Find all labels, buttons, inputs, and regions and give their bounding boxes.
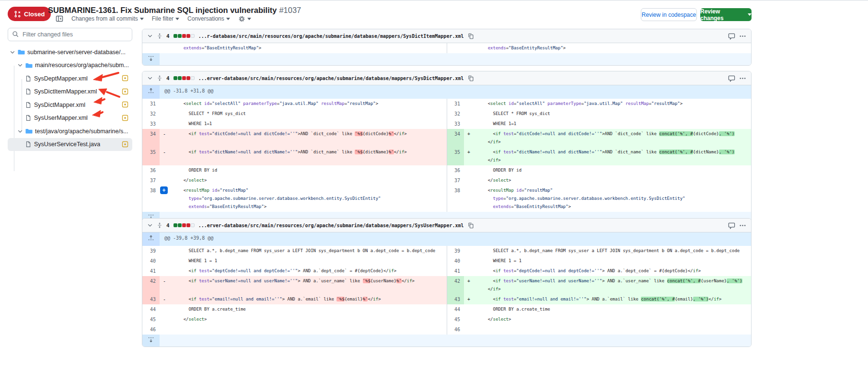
diff-marker — [464, 185, 474, 212]
drag-handle-icon[interactable] — [157, 75, 162, 81]
tree-item-sysusermapper-xml[interactable]: SysUserMapper.xml — [8, 112, 132, 125]
folder-icon — [25, 127, 33, 135]
line-number[interactable]: 42 — [142, 276, 160, 294]
line-number[interactable]: 36 — [142, 165, 160, 175]
comment-icon[interactable] — [728, 33, 735, 40]
line-number[interactable]: 43 — [142, 294, 160, 304]
tree-item-label: test/java/org/apache/submarine/s... — [35, 128, 128, 135]
chevron-down-icon[interactable] — [147, 33, 153, 39]
sidebar-collapse-icon[interactable] — [56, 15, 63, 23]
line-number[interactable]: 46 — [447, 324, 464, 335]
line-number[interactable]: 41 — [447, 266, 464, 276]
line-number[interactable]: 44 — [142, 304, 160, 314]
file-path-link[interactable]: ...erver-database/src/main/resources/org… — [198, 76, 464, 81]
line-number[interactable]: 37 — [142, 175, 160, 185]
chevron-down-icon[interactable] — [10, 49, 15, 55]
diff-row: 44 ORDER BY a.create_time44 ORDER BY a.c… — [142, 304, 751, 314]
copy-icon[interactable] — [468, 33, 474, 39]
menu-conversations[interactable]: Conversations — [187, 15, 230, 22]
review-changes-button[interactable]: Review changes — [700, 8, 752, 21]
line-number[interactable] — [447, 43, 464, 53]
code-line: <if test="dictCode!=null and dictCode!='… — [173, 130, 447, 138]
expand-diff-button[interactable] — [142, 335, 160, 347]
chevron-down-icon[interactable] — [17, 62, 23, 68]
file-path-link[interactable]: ...erver-database/src/main/resources/org… — [198, 223, 464, 228]
drag-handle-icon[interactable] — [157, 33, 162, 39]
comment-icon[interactable] — [728, 75, 735, 82]
stat-square — [186, 76, 190, 80]
filter-changed-files-input[interactable] — [8, 28, 132, 41]
line-number[interactable]: 33 — [142, 119, 160, 129]
tree-item-sysdictitemmapper-xml[interactable]: SysDictItemMapper.xml — [8, 85, 132, 99]
code-line: </select> — [477, 176, 751, 185]
menu-file-filter[interactable]: File filter — [152, 15, 179, 22]
pr-files-changed-page: Closed SUBMARINE-1361. Fix Submarine SQL… — [0, 0, 868, 382]
diff-settings-menu[interactable] — [238, 15, 251, 23]
review-in-codespace-button[interactable]: Review in codespace — [641, 8, 697, 21]
add-comment-button[interactable]: + — [160, 186, 168, 194]
line-number[interactable]: 45 — [447, 314, 464, 324]
tree-item-sysuserservicetest-java[interactable]: SysUserServiceTest.java — [8, 138, 132, 151]
line-number[interactable]: 35 — [447, 147, 464, 165]
tree-item-submarine-server-server-database[interactable]: submarine-server/server-database/... — [8, 46, 132, 59]
line-number[interactable]: 43 — [447, 294, 464, 304]
code-cell: <if test="userName!=null and userName!='… — [474, 276, 751, 294]
copy-icon[interactable] — [468, 222, 474, 229]
line-number[interactable]: 39 — [447, 246, 464, 256]
menu-changes-from[interactable]: Changes from all commits — [71, 15, 144, 22]
line-number[interactable]: 32 — [142, 109, 160, 119]
drag-handle-icon[interactable] — [157, 222, 162, 229]
line-number[interactable]: 36 — [447, 165, 464, 175]
copy-icon[interactable] — [468, 75, 474, 81]
line-number[interactable]: 33 — [447, 119, 464, 129]
diff-marker — [464, 314, 474, 324]
kebab-icon[interactable] — [739, 222, 746, 229]
tree-item-sysdictmapper-xml[interactable]: SysDictMapper.xml — [8, 98, 132, 112]
diff-marker — [464, 165, 474, 175]
expand-hunk-button[interactable] — [142, 85, 160, 99]
chevron-down-icon[interactable] — [17, 128, 23, 134]
chevron-down-icon[interactable] — [147, 75, 153, 81]
tree-item-sysdeptmapper-xml[interactable]: SysDeptMapper.xml — [8, 72, 132, 85]
diff-marker — [160, 314, 169, 324]
line-number[interactable]: 45 — [142, 314, 160, 324]
search-icon — [12, 31, 19, 38]
kebab-icon[interactable] — [739, 33, 746, 40]
code-line: <select id="selectAll" parameterType="ja… — [173, 100, 447, 108]
diff-file-header: 4...erver-database/src/main/resources/or… — [142, 71, 751, 85]
kebab-icon[interactable] — [739, 75, 746, 82]
line-number[interactable]: 40 — [142, 256, 160, 266]
line-number[interactable]: 39 — [142, 246, 160, 256]
line-number[interactable]: 38 — [142, 185, 160, 212]
tree-item-test-java-org-apache-submarine-s[interactable]: test/java/org/apache/submarine/s... — [8, 125, 132, 138]
tree-item-main-resources-org-apache-subm[interactable]: main/resources/org/apache/subm... — [8, 59, 132, 72]
line-number[interactable]: 46 — [142, 324, 160, 335]
line-number[interactable]: 34 — [142, 129, 160, 147]
code-line: <if test="deptCode!=null and deptCode!='… — [477, 267, 751, 275]
diff-marker: - — [160, 147, 169, 165]
line-number[interactable]: 31 — [447, 99, 464, 109]
line-number[interactable]: 40 — [447, 256, 464, 266]
line-number[interactable] — [142, 43, 160, 53]
line-number[interactable]: 42 — [447, 276, 464, 294]
line-number[interactable]: 38 — [447, 185, 464, 212]
chevron-down-icon[interactable] — [147, 222, 153, 228]
tree-item-label: SysUserServiceTest.java — [34, 141, 100, 148]
diff-marker: + — [160, 185, 169, 212]
code-line: </if> — [477, 156, 751, 164]
line-number[interactable]: 31 — [142, 99, 160, 109]
diff-marker: + — [464, 129, 474, 147]
comment-icon[interactable] — [728, 222, 735, 229]
expand-diff-button[interactable] — [142, 53, 160, 65]
file-path-link[interactable]: ...r-database/src/main/resources/org/apa… — [198, 34, 464, 39]
line-number[interactable]: 34 — [447, 129, 464, 147]
expand-hunk-button[interactable] — [142, 232, 160, 246]
code-line: </select> — [173, 315, 447, 324]
code-cell: <resultMap id="resultMap" type="org.apac… — [474, 185, 751, 212]
line-number[interactable]: 35 — [142, 147, 160, 165]
line-number[interactable]: 32 — [447, 109, 464, 119]
line-number[interactable]: 41 — [142, 266, 160, 276]
line-number[interactable]: 44 — [447, 304, 464, 314]
line-number[interactable]: 37 — [447, 175, 464, 185]
code-line — [477, 325, 751, 334]
